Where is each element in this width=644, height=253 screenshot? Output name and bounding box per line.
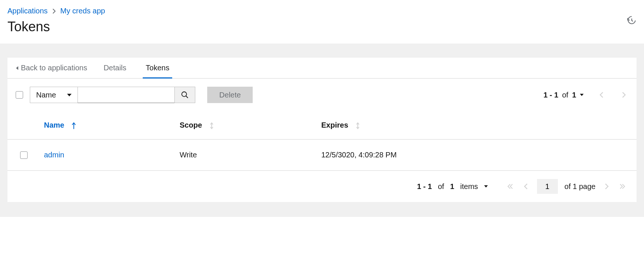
sort-icon: [209, 122, 214, 129]
top-range: 1 - 1: [543, 91, 558, 99]
prev-page-button[interactable]: [521, 182, 530, 191]
breadcrumb-current-link[interactable]: My creds app: [60, 7, 105, 15]
tab-tokens[interactable]: Tokens: [143, 58, 172, 78]
top-of: of: [562, 91, 568, 99]
svg-point-0: [182, 92, 187, 97]
items-per-page-dropdown[interactable]: 1 - 1 of 1 items: [417, 182, 488, 191]
bottom-total: 1: [450, 182, 454, 191]
search-icon: [181, 91, 189, 99]
sort-asc-icon: [72, 122, 76, 129]
page-title: Tokens: [7, 19, 637, 35]
row-checkbox[interactable]: [20, 151, 28, 159]
col-name-label: Name: [44, 121, 64, 129]
caret-left-icon: [16, 66, 19, 70]
top-total: 1: [572, 91, 576, 99]
row-scope: Write: [175, 140, 317, 171]
filter-group: Name: [30, 87, 195, 103]
col-expires-label: Expires: [321, 121, 348, 129]
col-scope-label: Scope: [180, 121, 202, 129]
of-pages-label: of 1 page: [565, 182, 596, 191]
col-select: [7, 111, 34, 140]
caret-down-icon: [484, 185, 488, 188]
filter-input[interactable]: [78, 87, 174, 103]
last-page-button[interactable]: [618, 182, 627, 191]
top-prev-page[interactable]: [597, 90, 606, 99]
caret-down-icon: [67, 94, 72, 96]
bottom-of: of: [438, 182, 444, 191]
page-number-input[interactable]: [537, 179, 558, 194]
back-to-applications[interactable]: Back to applications: [16, 64, 87, 72]
next-page-button[interactable]: [602, 182, 611, 191]
col-expires[interactable]: Expires: [317, 111, 637, 140]
col-name[interactable]: Name: [34, 111, 175, 140]
breadcrumb-root-link[interactable]: Applications: [7, 7, 48, 15]
panel: Back to applications Details Tokens Name: [7, 58, 637, 202]
svg-line-1: [186, 96, 188, 98]
content-area: Back to applications Details Tokens Name: [0, 44, 644, 217]
delete-button[interactable]: Delete: [207, 87, 253, 103]
breadcrumb: Applications My creds app: [7, 7, 637, 15]
col-scope[interactable]: Scope: [175, 111, 317, 140]
table-row: admin Write 12/5/3020, 4:09:28 PM: [7, 140, 637, 171]
select-all-checkbox[interactable]: [16, 91, 23, 99]
bottom-items-word: items: [460, 182, 478, 191]
chevron-right-icon: [52, 9, 56, 14]
top-pagination-count[interactable]: 1 - 1 of 1: [543, 91, 584, 99]
search-button[interactable]: [174, 87, 195, 103]
bottom-pagination: 1 - 1 of 1 items of 1 page: [7, 171, 637, 202]
caret-down-icon: [580, 94, 584, 96]
back-label: Back to applications: [21, 64, 87, 72]
bottom-range: 1 - 1: [417, 182, 432, 191]
tab-details[interactable]: Details: [101, 58, 129, 78]
row-expires: 12/5/3020, 4:09:28 PM: [317, 140, 637, 171]
page-header: Applications My creds app Tokens: [0, 0, 644, 44]
tokens-table: Name Scope Expires: [7, 111, 637, 171]
toolbar: Name Delete 1 - 1 of 1: [7, 79, 637, 111]
filter-attribute-label: Name: [36, 91, 56, 99]
top-next-page[interactable]: [619, 90, 628, 99]
tab-row: Back to applications Details Tokens: [7, 58, 637, 79]
sort-icon: [356, 122, 360, 129]
first-page-button[interactable]: [506, 182, 515, 191]
row-name-link[interactable]: admin: [44, 151, 64, 159]
history-icon[interactable]: [626, 15, 637, 25]
filter-attribute-dropdown[interactable]: Name: [30, 87, 78, 103]
